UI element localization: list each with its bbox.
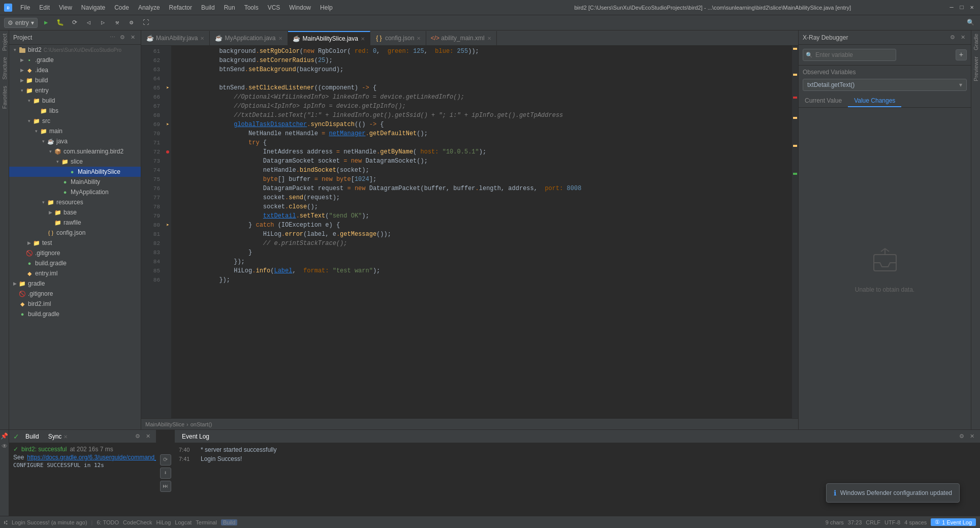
menu-run[interactable]: Run <box>220 3 239 12</box>
build-close-icon[interactable]: ✕ <box>144 432 152 441</box>
menu-navigate[interactable]: Navigate <box>77 3 109 12</box>
project-panel-close[interactable]: ✕ <box>129 34 137 42</box>
tree-item-main[interactable]: ▾ 📁 main <box>9 126 141 136</box>
menu-tools[interactable]: Tools <box>240 3 263 12</box>
tree-item-gitignore-entry[interactable]: 🚫 .gitignore <box>9 248 141 258</box>
menu-help[interactable]: Help <box>316 3 337 12</box>
tab-close-icon[interactable]: ✕ <box>417 36 421 41</box>
tab-main-ability-slice[interactable]: ☕ MainAbilitySlice.java ✕ <box>288 31 370 45</box>
tab-close-icon[interactable]: ✕ <box>200 36 204 41</box>
project-side-tab[interactable]: Project <box>1 30 9 54</box>
tree-item-resources[interactable]: ▾ 📁 resources <box>9 197 141 207</box>
build-action-btn1[interactable]: ⟳ <box>160 454 171 465</box>
event-log-title[interactable]: Event Log <box>179 432 212 441</box>
tree-item-entry-iml[interactable]: ◆ entry.iml <box>9 268 141 278</box>
codecheck-button[interactable]: CodeCheck <box>123 519 152 525</box>
menu-build[interactable]: Build <box>197 3 219 12</box>
tree-item-config-json[interactable]: { } config.json <box>9 228 141 238</box>
indent-label[interactable]: 4 spaces <box>904 519 927 525</box>
tree-item-entry-build[interactable]: ▾ 📁 build <box>9 96 141 106</box>
tree-item-bird2-root[interactable]: ▾ bird2 C:\Users\SunXu\DevEcoStudioPro <box>9 45 141 55</box>
tab-config-json[interactable]: { } config.json ✕ <box>370 31 426 45</box>
tab-ability-main-xml[interactable]: </> ability_main.xml ✕ <box>426 31 496 45</box>
cursor-position[interactable]: 37:23 <box>848 519 862 525</box>
event-log-settings-icon[interactable]: ⚙ <box>958 432 966 441</box>
menu-vcs[interactable]: VCS <box>264 3 284 12</box>
menu-edit[interactable]: Edit <box>35 3 54 12</box>
sync-button[interactable]: ⟳ <box>69 17 80 28</box>
project-panel-settings[interactable]: ⚙ <box>118 34 127 42</box>
tree-item-rawfile[interactable]: 📁 rawfile <box>9 218 141 228</box>
tab-close-icon[interactable]: ✕ <box>487 36 491 41</box>
sync-tab[interactable]: Sync ✕ <box>45 432 71 441</box>
tree-item-main-ability-slice[interactable]: ● MainAbilitySlice <box>9 167 141 177</box>
build-action-btn3[interactable]: ⏭ <box>160 481 171 492</box>
code-content[interactable]: background.setRgbColor(new RgbColor( red… <box>171 46 792 418</box>
tree-item-build-root[interactable]: ▶ 📁 build <box>9 75 141 85</box>
current-value-tab[interactable]: Current Value <box>799 95 848 107</box>
value-changes-tab[interactable]: Value Changes <box>848 95 901 107</box>
tree-item-src[interactable]: ▾ 📁 src <box>9 116 141 126</box>
menu-file[interactable]: File <box>16 3 34 12</box>
sync-tab-close-icon[interactable]: ✕ <box>64 434 68 440</box>
menu-code[interactable]: Code <box>110 3 133 12</box>
tree-item-entry[interactable]: ▾ 📁 entry <box>9 85 141 96</box>
eye-icon[interactable]: 👁 <box>1 442 9 450</box>
build-tab-button[interactable]: Build <box>221 519 237 525</box>
pin-icon[interactable]: 📌 <box>1 432 9 440</box>
event-log-close-icon[interactable]: ✕ <box>968 432 976 441</box>
build-button3[interactable]: ⛶ <box>140 17 151 28</box>
search-everywhere-button[interactable]: 🔍 <box>965 17 976 28</box>
tree-item-build-gradle-root[interactable]: ● build.gradle <box>9 309 141 319</box>
code-editor[interactable]: 61626364 65666768 69707172 73747576 7778… <box>141 46 798 418</box>
tree-item-idea[interactable]: ▶ ◆ .idea <box>9 65 141 75</box>
run-button[interactable]: ▶ <box>41 17 52 28</box>
tree-item-libs[interactable]: 📁 libs <box>9 106 141 116</box>
menu-analyze[interactable]: Analyze <box>134 3 164 12</box>
variable-input[interactable] <box>803 49 896 61</box>
maximize-button[interactable]: □ <box>958 4 966 12</box>
tree-item-bird2-iml[interactable]: ◆ bird2.iml <box>9 299 141 309</box>
forward-button[interactable]: ▷ <box>98 17 109 28</box>
tree-item-slice[interactable]: ▾ 📁 slice <box>9 157 141 167</box>
debug-button[interactable]: 🐛 <box>55 17 66 28</box>
hilog-button[interactable]: HiLog <box>156 519 171 525</box>
build-button1[interactable]: ⚒ <box>112 17 123 28</box>
favorites-side-tab[interactable]: Favorites <box>1 83 9 112</box>
project-tree[interactable]: ▾ bird2 C:\Users\SunXu\DevEcoStudioPro ▶… <box>9 45 141 429</box>
menu-refactor[interactable]: Refactor <box>165 3 196 12</box>
tree-item-base[interactable]: ▶ 📁 base <box>9 207 141 218</box>
build-settings-icon[interactable]: ⚙ <box>134 432 142 441</box>
close-button[interactable]: ✕ <box>968 4 976 12</box>
tree-item-test[interactable]: ▶ 📁 test <box>9 238 141 248</box>
todo-tab-button[interactable]: 6: TODO <box>97 519 119 525</box>
tree-item-gradle[interactable]: ▶ ▪ .gradle <box>9 55 141 65</box>
tab-close-icon[interactable]: ✕ <box>361 36 365 42</box>
menu-window[interactable]: Window <box>285 3 315 12</box>
tree-item-build-gradle-entry[interactable]: ● build.gradle <box>9 258 141 268</box>
tab-my-application[interactable]: ☕ MyApplication.java ✕ <box>210 31 288 45</box>
gradle-side-tab[interactable]: Gradle <box>972 30 980 53</box>
tree-item-main-ability[interactable]: ● MainAbility <box>9 177 141 187</box>
tree-item-gitignore-root[interactable]: 🚫 .gitignore <box>9 289 141 299</box>
debugger-close-button[interactable]: ✕ <box>959 34 967 42</box>
terminal-button[interactable]: Terminal <box>196 519 217 525</box>
tree-item-java[interactable]: ▾ ☕ java <box>9 136 141 146</box>
add-variable-button[interactable]: + <box>956 49 967 60</box>
tree-item-my-application[interactable]: ● MyApplication <box>9 187 141 197</box>
previewer-side-tab[interactable]: Previewer <box>972 53 980 84</box>
encoding-label[interactable]: UTF-8 <box>884 519 900 525</box>
line-separator[interactable]: CRLF <box>866 519 880 525</box>
event-log-button[interactable]: ① 1 Event Log <box>931 518 976 526</box>
tree-item-gradle-root[interactable]: ▶ 📁 gradle <box>9 278 141 289</box>
gradle-docs-link[interactable]: https://docs.gradle.org/6.3/userguide/co… <box>27 454 156 461</box>
tab-close-icon[interactable]: ✕ <box>278 36 282 41</box>
back-button[interactable]: ◁ <box>83 17 94 28</box>
run-config-dropdown[interactable]: ⚙ entry ▾ <box>4 18 38 28</box>
build-button2[interactable]: ⚙ <box>126 17 137 28</box>
structure-side-tab[interactable]: Structure <box>1 54 9 83</box>
minimize-button[interactable]: ─ <box>947 4 956 12</box>
project-panel-options[interactable]: ⋯ <box>108 34 116 42</box>
debugger-settings-button[interactable]: ⚙ <box>949 34 957 42</box>
observed-variable-row[interactable]: txtDetail.getText() ▾ <box>803 79 967 91</box>
